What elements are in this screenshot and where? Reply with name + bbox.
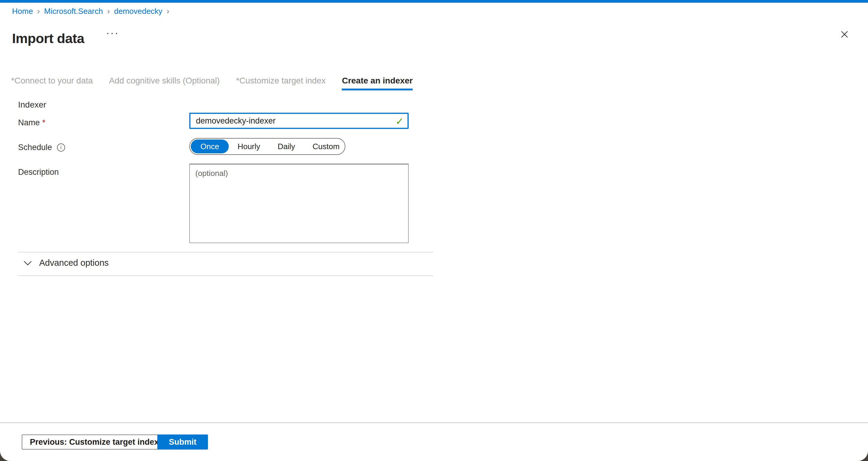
accent-top-bar: [0, 0, 868, 3]
advanced-options-toggle[interactable]: Advanced options: [24, 258, 109, 268]
breadcrumb-separator-icon: ›: [167, 7, 169, 16]
tab-label: Connect to your data: [14, 76, 93, 85]
schedule-option-hourly[interactable]: Hourly: [229, 142, 269, 151]
previous-step-button[interactable]: Previous: Customize target index: [22, 434, 167, 450]
tab-label: Create an indexer: [342, 76, 412, 85]
advanced-options-label: Advanced options: [39, 258, 109, 268]
submit-button[interactable]: Submit: [157, 434, 208, 450]
schedule-segmented-control: Once Hourly Daily Custom: [189, 138, 345, 155]
tab-label: Customize target index: [239, 76, 326, 85]
name-field-label: Name*: [18, 118, 45, 127]
description-textarea[interactable]: [189, 164, 409, 243]
indexer-name-input[interactable]: [189, 113, 409, 129]
description-field-label: Description: [18, 167, 59, 177]
footer-divider: [0, 423, 868, 423]
chevron-down-icon: [24, 260, 32, 266]
tab-connect-to-your-data[interactable]: *Connect to your data: [11, 76, 93, 90]
import-data-panel: Home › Microsoft.Search › demovedecky › …: [0, 0, 868, 461]
tab-label: Add cognitive skills (Optional): [109, 76, 220, 85]
tab-add-cognitive-skills[interactable]: Add cognitive skills (Optional): [109, 76, 220, 90]
tab-customize-target-index[interactable]: *Customize target index: [236, 76, 326, 90]
required-marker: *: [236, 76, 239, 85]
breadcrumb-link-home[interactable]: Home: [12, 7, 33, 16]
page-title: Import data: [12, 31, 84, 47]
breadcrumb-link-microsoft-search[interactable]: Microsoft.Search: [44, 7, 103, 16]
close-icon: [840, 30, 849, 39]
breadcrumb-separator-icon: ›: [37, 7, 40, 16]
schedule-option-custom[interactable]: Custom: [304, 142, 348, 151]
schedule-option-once[interactable]: Once: [191, 140, 229, 153]
breadcrumb: Home › Microsoft.Search › demovedecky ›: [12, 7, 174, 16]
indexer-section-heading: Indexer: [18, 100, 46, 110]
required-marker: *: [42, 118, 45, 127]
name-field-wrapper: ✓: [189, 113, 409, 129]
breadcrumb-separator-icon: ›: [107, 7, 110, 16]
schedule-option-daily[interactable]: Daily: [269, 142, 304, 151]
required-marker: *: [11, 76, 14, 85]
divider: [18, 275, 433, 276]
breadcrumb-link-demovedecky[interactable]: demovedecky: [114, 7, 162, 16]
close-button[interactable]: [838, 28, 851, 41]
info-icon[interactable]: i: [57, 144, 65, 152]
more-actions-button[interactable]: ···: [104, 27, 121, 39]
name-label-text: Name: [18, 118, 40, 127]
schedule-label-text: Schedule: [18, 143, 52, 152]
divider: [18, 252, 433, 252]
schedule-field-label: Schedule i: [18, 143, 65, 152]
tab-create-an-indexer[interactable]: Create an indexer: [342, 76, 412, 90]
wizard-steps-tablist: *Connect to your data Add cognitive skil…: [11, 76, 412, 90]
